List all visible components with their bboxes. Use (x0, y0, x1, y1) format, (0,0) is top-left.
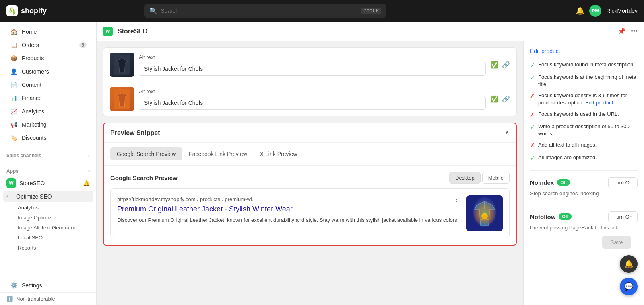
content-icon: 📄 (10, 82, 18, 88)
sidebar-item-customers[interactable]: 👤 Customers (3, 65, 93, 78)
check-item-4: ✓ Write a product description of 50 to 3… (530, 123, 638, 137)
nofollow-turn-on-button[interactable]: Turn On (608, 211, 638, 222)
main-scroll: Alt text Stylish Jacket for Chefs ✅ 🔗 (97, 41, 644, 305)
products-icon: 📦 (10, 55, 18, 61)
sidebar-sub-reports[interactable]: Reports (0, 243, 96, 253)
sidebar-item-settings[interactable]: ⚙️ Settings (3, 279, 93, 292)
sidebar-item-discounts[interactable]: 🏷️ Discounts (3, 131, 93, 144)
preview-section-header: Google Search Preview Desktop Mobile (110, 172, 510, 184)
copy-icon[interactable]: 🔗 (502, 61, 510, 69)
svg-point-5 (483, 214, 487, 218)
pass-icon-6: ✓ (530, 154, 535, 162)
sales-channels-expand[interactable]: › (88, 153, 90, 158)
save-button[interactable]: Save (602, 236, 631, 249)
apps-section-title: Apps › (0, 164, 96, 176)
home-icon: 🏠 (10, 29, 18, 35)
avatar: RM (589, 5, 601, 17)
check-text-6: All Images are optimized. (538, 154, 597, 161)
google-preview-box: https://rickmortdev.myshopify.com › prod… (110, 188, 510, 238)
check-text-2: Focus keyword density is 3-6 times for p… (538, 92, 638, 106)
topbar-right: 🔔 RM RickMortdev (576, 5, 638, 17)
view-toggle: Desktop Mobile (449, 172, 510, 184)
center-panel: Alt text Stylish Jacket for Chefs ✅ 🔗 (97, 41, 523, 305)
bell-icon[interactable]: 🔔 (83, 180, 90, 186)
alt-input-1[interactable]: Stylish Jacket for Chefs (139, 62, 486, 76)
check-item-0: ✓ Focus keyword found in meta descriptio… (530, 61, 638, 70)
sidebar-item-content[interactable]: 📄 Content (3, 78, 93, 91)
edit-product-inline-link[interactable]: Edit product (585, 100, 613, 106)
analytics-icon: 📈 (10, 108, 18, 115)
noindex-row: Noindex Off Turn On (530, 177, 638, 188)
search-input[interactable] (161, 8, 358, 14)
sidebar-sub-local-seo[interactable]: Local SEO (0, 233, 96, 243)
svg-point-4 (481, 213, 488, 219)
alt-field-wrap-1: Alt text Stylish Jacket for Chefs (139, 54, 486, 76)
optimize-seo-label: Optimize SEO (16, 193, 52, 200)
more-icon[interactable]: ••• (631, 27, 638, 35)
svg-point-3 (473, 197, 496, 225)
tab-facebook-link[interactable]: Facebook Link Preview (182, 147, 254, 160)
sidebar-sub-image-alt[interactable]: Image Alt Text Generator (0, 223, 96, 233)
google-url: https://rickmortdev.myshopify.com › prod… (117, 195, 460, 203)
alt-input-2[interactable]: Stylish Jacket for Chefs (139, 96, 486, 110)
sidebar-item-analytics[interactable]: 📈 Analytics (3, 105, 93, 118)
sales-channels-section: Sales channels › (0, 148, 96, 160)
notification-icon[interactable]: 🔔 (576, 6, 584, 15)
product-thumb-dark (110, 53, 134, 77)
google-preview-text: https://rickmortdev.myshopify.com › prod… (117, 195, 460, 231)
sidebar-sub-analytics[interactable]: Analytics (0, 203, 96, 213)
alt-label-1: Alt text (139, 54, 486, 60)
store-seo-header-icon: W (103, 27, 113, 36)
preview-snippet-card: Preview Snippet ∧ Google Search Preview … (103, 123, 517, 246)
topbar: shopify 🔍 CTRL K 🔔 RM RickMortdev (0, 0, 644, 22)
sidebar-item-optimize-seo[interactable]: • Optimize SEO (3, 191, 93, 202)
sidebar-item-products[interactable]: 📦 Products (3, 52, 93, 65)
svg-rect-2 (466, 195, 503, 231)
tab-google-search[interactable]: Google Search Preview (110, 147, 182, 160)
pass-icon-4: ✓ (530, 123, 535, 131)
sidebar-item-finance[interactable]: 📊 Finance (3, 92, 93, 104)
save-button-wrap: Save (530, 231, 638, 254)
dot-icon: • (6, 194, 13, 199)
check-item-6: ✓ All Images are optimized. (530, 154, 638, 162)
sidebar-item-marketing[interactable]: 📢 Marketing (3, 118, 93, 131)
fab-chat[interactable]: 💬 (620, 278, 638, 295)
orders-icon: 📋 (10, 42, 18, 48)
preview-section-title: Google Search Preview (110, 174, 178, 181)
search-bar[interactable]: 🔍 CTRL K (144, 4, 386, 18)
sidebar-nav: 🏠 Home 📋 Orders 9 📦 Products 👤 Customers… (0, 22, 96, 148)
sidebar-item-home[interactable]: 🏠 Home (3, 25, 93, 38)
collapse-icon[interactable]: ∧ (505, 129, 510, 137)
tab-x-link[interactable]: X Link Preview (254, 147, 304, 160)
settings-icon: ⚙️ (10, 282, 18, 289)
google-preview-title[interactable]: Premium Original Leather Jacket - Stylis… (117, 205, 460, 214)
sidebar-item-label: Home (22, 29, 37, 35)
sidebar-item-label: Customers (22, 68, 49, 75)
sidebar-item-store-seo[interactable]: W StoreSEO 🔔 (3, 176, 93, 190)
apps-section: Apps › W StoreSEO 🔔 • Optimize SEO Analy… (0, 162, 96, 253)
preview-card-header: Preview Snippet ∧ (104, 123, 516, 143)
alt-icons-1: ✅ 🔗 (491, 61, 510, 69)
edit-product-link[interactable]: Edit product (530, 48, 560, 54)
copy-icon-2[interactable]: 🔗 (502, 95, 510, 103)
sub-header: W StoreSEO 📌 ••• (97, 22, 644, 41)
check-text-3: Focus keyword is used in the URL. (538, 111, 619, 118)
sidebar-item-label: Orders (22, 42, 39, 48)
fab-notification[interactable]: 🔔 (620, 255, 638, 273)
noindex-turn-on-button[interactable]: Turn On (608, 177, 638, 188)
shopify-text: shopify (21, 7, 47, 15)
shopify-logo-icon (6, 5, 18, 16)
more-options-icon[interactable]: ⋮ (454, 195, 460, 203)
sidebar-item-label: Marketing (22, 121, 46, 128)
mobile-view-btn[interactable]: Mobile (482, 172, 510, 184)
check-item-5: ✗ Add alt text to all images. (530, 141, 638, 150)
fail-icon-3: ✗ (530, 111, 535, 119)
sidebar-item-orders[interactable]: 📋 Orders 9 (3, 39, 93, 51)
info-icon: ℹ️ (6, 296, 13, 302)
apps-expand[interactable]: › (88, 168, 90, 174)
sidebar-sub-image-optimizer[interactable]: Image Optimizer (0, 213, 96, 223)
pin-icon[interactable]: 📌 (618, 27, 626, 35)
google-preview-description: Discover our Premium Original Leather Ja… (117, 216, 460, 224)
alt-text-card-1: Alt text Stylish Jacket for Chefs ✅ 🔗 (103, 47, 517, 116)
desktop-view-btn[interactable]: Desktop (449, 172, 481, 184)
